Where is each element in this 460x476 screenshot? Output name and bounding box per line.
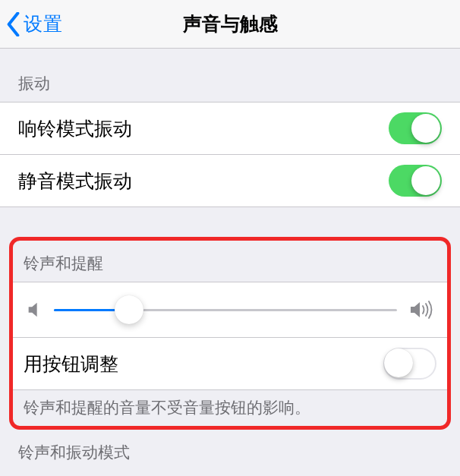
section-header-ringtone: 铃声和提醒 <box>13 241 447 282</box>
chevron-left-icon <box>6 12 20 36</box>
row-label: 静音模式振动 <box>18 169 132 194</box>
toggle-ring-vibrate[interactable] <box>389 112 442 144</box>
page-title: 声音与触感 <box>183 11 278 36</box>
toggle-knob <box>384 348 413 377</box>
row-button-adjust[interactable]: 用按钮调整 <box>13 337 447 390</box>
volume-slider-row <box>13 282 447 338</box>
volume-high-icon <box>409 301 433 319</box>
toggle-knob <box>411 166 440 195</box>
back-button[interactable]: 设置 <box>6 11 63 36</box>
highlight-box: 铃声和提醒 用按钮调整 铃声和提醒的音量不受音量按钮的影响。 <box>9 237 451 430</box>
footer-text: 铃声和提醒的音量不受音量按钮的影响。 <box>13 389 447 418</box>
row-label: 用按钮调整 <box>24 351 118 377</box>
volume-low-icon <box>27 301 42 318</box>
section-header-modes: 铃声和振动模式 <box>0 430 460 463</box>
toggle-silent-vibrate[interactable] <box>389 165 442 197</box>
row-silent-vibrate[interactable]: 静音模式振动 <box>0 154 460 207</box>
back-label: 设置 <box>24 11 63 36</box>
slider-thumb[interactable] <box>115 295 143 324</box>
row-label: 响铃模式振动 <box>18 116 132 141</box>
section-header-vibrate: 振动 <box>0 49 460 102</box>
toggle-button-adjust[interactable] <box>383 348 436 380</box>
toggle-knob <box>411 114 440 143</box>
row-ring-vibrate[interactable]: 响铃模式振动 <box>0 102 460 155</box>
volume-slider[interactable] <box>54 309 397 311</box>
